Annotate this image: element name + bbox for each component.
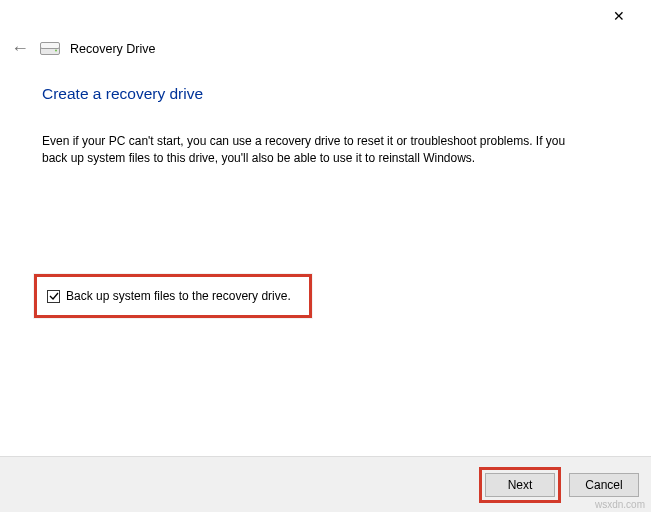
svg-point-2 [55,49,57,51]
next-button-highlight: Next [479,467,561,503]
wizard-title: Recovery Drive [70,42,155,56]
page-title: Create a recovery drive [42,85,621,103]
wizard-footer: Next Cancel [0,456,651,512]
page-description: Even if your PC can't start, you can use… [42,133,572,168]
wizard-header: ← Recovery Drive [10,38,155,59]
backup-checkbox-label: Back up system files to the recovery dri… [66,289,291,303]
close-button[interactable]: ✕ [599,0,639,32]
cancel-button[interactable]: Cancel [569,473,639,497]
recovery-drive-icon [40,42,60,56]
backup-checkbox[interactable] [47,290,60,303]
watermark: wsxdn.com [595,499,645,510]
next-button[interactable]: Next [485,473,555,497]
svg-rect-1 [41,42,60,48]
back-arrow-icon[interactable]: ← [10,38,30,59]
wizard-content: Create a recovery drive Even if your PC … [42,85,621,168]
backup-checkbox-highlight: Back up system files to the recovery dri… [34,274,312,318]
